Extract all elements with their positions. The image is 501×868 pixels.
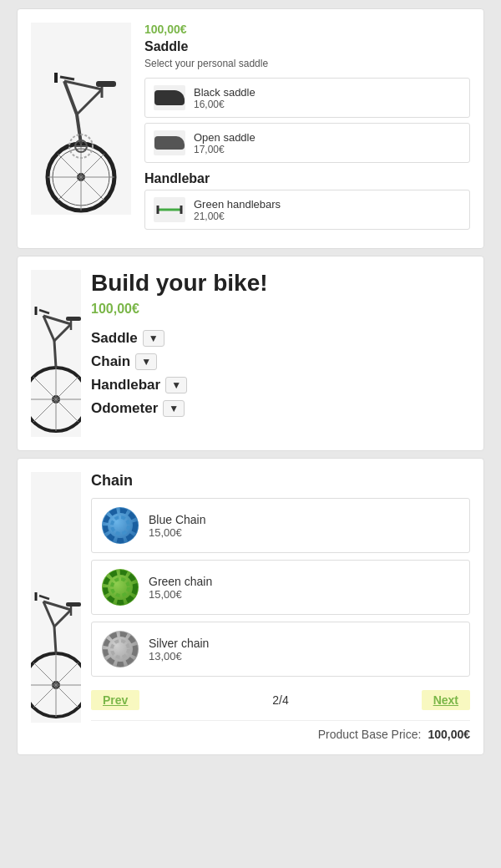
config-odometer-label: Odometer — [91, 400, 158, 417]
handlebar-dropdown[interactable]: ▼ — [165, 377, 187, 393]
handlebar-option-green[interactable]: Green handlebars 21,00€ — [144, 190, 470, 230]
chain-option-blue[interactable]: Blue Chain 15,00€ — [91, 498, 470, 553]
config-odometer-row: Odometer ▼ — [91, 400, 470, 417]
chain-green-name: Green chain — [149, 575, 212, 588]
svg-point-56 — [105, 634, 135, 664]
chain-green-info: Green chain 15,00€ — [149, 575, 212, 601]
bike-svg-bot — [31, 472, 81, 723]
svg-line-12 — [60, 77, 74, 79]
saddle-black-info: Black saddle 16,00€ — [194, 86, 256, 110]
chain-blue-image — [102, 507, 139, 544]
bike-image-top — [31, 23, 131, 235]
saddle-open-info: Open saddle 17,00€ — [194, 131, 256, 155]
svg-point-57 — [112, 641, 129, 657]
svg-rect-35 — [66, 317, 81, 321]
svg-point-54 — [105, 572, 135, 602]
saddle-dropdown[interactable]: ▼ — [143, 330, 164, 347]
bike-svg-mid — [31, 270, 81, 437]
chain-selector-content: Chain Blue Chain 15,00€ — [91, 472, 470, 741]
svg-rect-50 — [66, 602, 81, 607]
svg-line-44 — [54, 627, 56, 653]
svg-line-9 — [64, 81, 77, 114]
config-chain-label: Chain — [91, 353, 130, 370]
saddle-option-open[interactable]: Open saddle 17,00€ — [144, 123, 470, 163]
card-chain-selector: Chain Blue Chain 15,00€ — [17, 458, 484, 755]
card-build-bike: Build your bike! 100,00€ Saddle ▼ Chain … — [17, 256, 484, 451]
card-saddle-handlebar: 100,00€ Saddle Select your personal sadd… — [17, 8, 484, 249]
bike-image-mid — [31, 270, 81, 437]
handlebar-green-price: 21,00€ — [194, 211, 281, 222]
svg-point-55 — [112, 579, 129, 596]
saddle-subtitle: Select your personal saddle — [144, 58, 470, 69]
next-button[interactable]: Next — [422, 690, 470, 710]
page-indicator: 2/4 — [272, 693, 288, 707]
svg-point-52 — [105, 510, 135, 541]
chain-silver-image — [102, 631, 139, 667]
svg-point-53 — [112, 517, 129, 534]
chain-green-image — [102, 569, 139, 606]
saddle-handlebar-content: 100,00€ Saddle Select your personal sadd… — [144, 23, 470, 235]
handlebar-green-name: Green handlebars — [194, 198, 281, 211]
saddle-black-name: Black saddle — [194, 86, 256, 99]
chain-option-silver[interactable]: Silver chain 13,00€ — [91, 622, 470, 677]
svg-rect-14 — [96, 81, 116, 87]
chain-silver-info: Silver chain 13,00€ — [149, 637, 209, 662]
config-saddle-row: Saddle ▼ — [91, 330, 470, 347]
svg-line-29 — [54, 341, 56, 368]
chain-blue-info: Blue Chain 15,00€ — [149, 513, 206, 539]
bike-svg-top — [31, 23, 131, 215]
bike-image-bot — [31, 472, 81, 741]
base-price-row: Product Base Price: 100,00€ — [91, 720, 470, 741]
svg-line-46 — [54, 610, 71, 627]
prev-button[interactable]: Prev — [91, 690, 139, 710]
chain-section-title: Chain — [91, 472, 470, 490]
chain-option-green[interactable]: Green chain 15,00€ — [91, 560, 470, 615]
handlebar-green-info: Green handlebars 21,00€ — [194, 198, 281, 222]
svg-line-33 — [39, 310, 49, 313]
saddle-title: Saddle — [144, 39, 470, 54]
saddle-black-image — [154, 85, 185, 110]
svg-line-31 — [54, 324, 71, 341]
base-price-label: Product Base Price: — [318, 728, 422, 741]
saddle-open-image — [154, 130, 185, 155]
config-chain-row: Chain ▼ — [91, 353, 470, 370]
chain-blue-name: Blue Chain — [149, 513, 206, 526]
saddle-open-name: Open saddle — [194, 131, 256, 144]
handlebar-green-image — [154, 197, 185, 222]
build-price: 100,00€ — [91, 302, 470, 317]
config-saddle-label: Saddle — [91, 330, 138, 347]
saddle-open-price: 17,00€ — [194, 144, 256, 155]
chain-silver-price: 13,00€ — [149, 650, 209, 662]
config-handlebar-row: Handlebar ▼ — [91, 377, 470, 393]
svg-line-8 — [77, 114, 81, 144]
chain-dropdown[interactable]: ▼ — [135, 353, 157, 370]
pagination-row: Prev 2/4 Next — [91, 687, 470, 713]
svg-line-48 — [39, 596, 49, 599]
saddle-black-price: 16,00€ — [194, 99, 256, 110]
svg-line-10 — [77, 89, 102, 114]
chain-green-price: 15,00€ — [149, 588, 212, 601]
odometer-dropdown[interactable]: ▼ — [163, 400, 185, 417]
build-bike-content: Build your bike! 100,00€ Saddle ▼ Chain … — [91, 270, 470, 437]
config-handlebar-label: Handlebar — [91, 377, 160, 393]
chain-blue-price: 15,00€ — [149, 526, 206, 539]
handlebar-title: Handlebar — [144, 171, 470, 186]
card1-price: 100,00€ — [144, 23, 470, 36]
build-title: Build your bike! — [91, 270, 470, 297]
handlebar-section: Handlebar Green handlebars 21,00€ — [144, 171, 470, 230]
saddle-option-black[interactable]: Black saddle 16,00€ — [144, 78, 470, 118]
chain-silver-name: Silver chain — [149, 637, 209, 650]
base-price-value: 100,00€ — [428, 728, 470, 741]
